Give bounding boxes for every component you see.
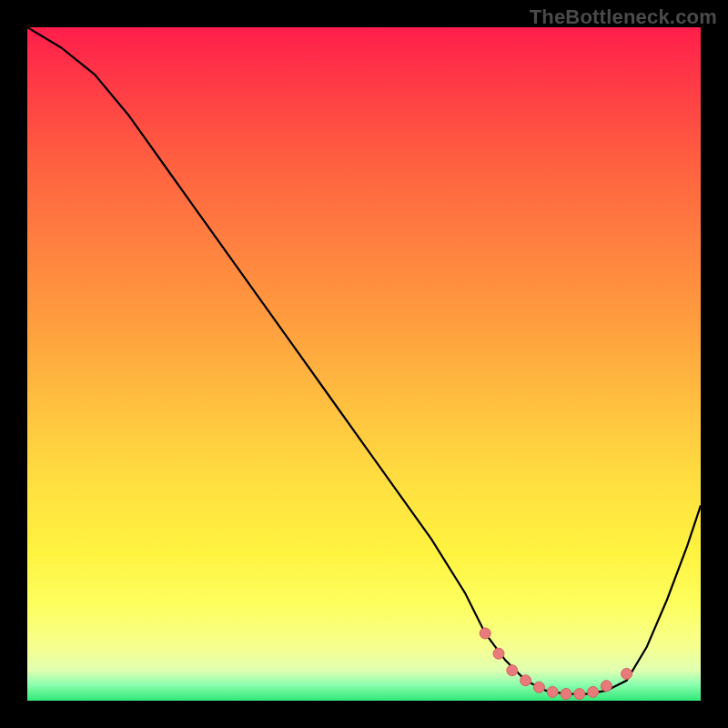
valley-marker (521, 675, 531, 686)
chart-frame: TheBottleneck.com (0, 0, 728, 728)
valley-marker (507, 665, 518, 676)
watermark-text: TheBottleneck.com (530, 5, 717, 29)
valley-marker (480, 628, 490, 639)
bottleneck-chart-svg (27, 27, 701, 701)
valley-markers-group (480, 628, 632, 700)
valley-marker (622, 668, 632, 679)
valley-marker (588, 686, 599, 697)
valley-marker (574, 689, 585, 700)
valley-marker (493, 648, 504, 659)
valley-marker (601, 681, 612, 692)
plot-area (27, 27, 701, 701)
valley-marker (533, 682, 544, 693)
bottleneck-curve-path (27, 27, 701, 694)
valley-marker (547, 686, 558, 697)
valley-marker (561, 689, 571, 700)
